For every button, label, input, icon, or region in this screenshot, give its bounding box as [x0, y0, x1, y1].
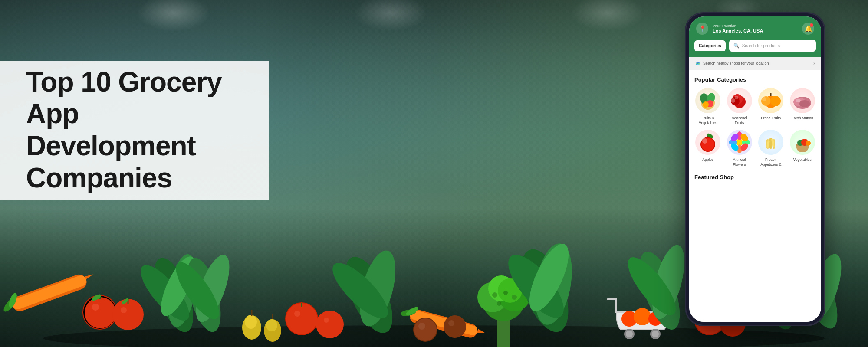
- svg-point-54: [414, 318, 437, 341]
- svg-point-57: [448, 320, 454, 326]
- popular-categories-title: Popular Categories: [694, 76, 816, 83]
- svg-point-24: [245, 315, 257, 329]
- search-icon: 🔍: [733, 43, 740, 49]
- category-item-fresh-mutton[interactable]: Fresh Mutton: [789, 88, 816, 125]
- svg-point-67: [634, 308, 651, 325]
- svg-point-100: [796, 99, 801, 102]
- nearby-strip-text: Search nearby shops for your location: [703, 61, 769, 65]
- svg-point-9: [92, 304, 99, 311]
- svg-point-27: [266, 319, 277, 331]
- headline-box: Top 10 Grocery App Development Companies: [0, 61, 269, 200]
- category-label-vegetables: Vegetables: [793, 157, 812, 162]
- category-img-frozen: [758, 130, 783, 155]
- category-item-apples[interactable]: Apples: [694, 130, 722, 167]
- svg-point-65: [652, 331, 659, 337]
- category-img-fresh-mutton: [790, 88, 815, 113]
- category-label-apples: Apples: [702, 157, 713, 162]
- category-label-seasonal: SeasonalFruits: [732, 116, 747, 125]
- svg-point-34: [324, 318, 329, 323]
- category-label-fresh-fruits: Fresh Fruits: [761, 116, 781, 121]
- svg-marker-3: [85, 273, 94, 279]
- category-label-fruits-veg: Fruits &Vegetables: [699, 116, 717, 125]
- category-item-fruits-veg[interactable]: Fruits &Vegetables: [694, 88, 722, 125]
- location-section: 📍 Your Location Los Angeles, CA, USA: [696, 23, 763, 35]
- svg-point-8: [85, 297, 116, 328]
- featured-shop-title: Featured Shop: [694, 174, 816, 180]
- svg-point-90: [731, 98, 735, 103]
- phone-frame: 📍 Your Location Los Angeles, CA, USA 🔔 C…: [686, 13, 825, 325]
- phone-header: 📍 Your Location Los Angeles, CA, USA 🔔: [689, 16, 821, 40]
- arrow-icon: ›: [813, 60, 815, 66]
- svg-point-63: [626, 331, 633, 337]
- location-icon: 📍: [696, 23, 708, 35]
- phone-mockup: 📍 Your Location Los Angeles, CA, USA 🔔 C…: [686, 13, 825, 325]
- svg-point-56: [444, 315, 466, 338]
- svg-point-86: [703, 101, 709, 108]
- location-info: Your Location Los Angeles, CA, USA: [713, 24, 763, 33]
- svg-point-30: [286, 303, 317, 334]
- category-item-frozen[interactable]: FrozenAppetizers &: [757, 130, 785, 167]
- phone-screen: 📍 Your Location Los Angeles, CA, USA 🔔 C…: [689, 16, 821, 322]
- svg-point-13: [121, 307, 127, 313]
- location-value: Los Angeles, CA, USA: [713, 28, 763, 33]
- category-img-apples: [695, 130, 720, 155]
- svg-point-91: [735, 96, 738, 99]
- map-icon: 🗺️: [695, 61, 700, 66]
- category-img-artificial: [727, 130, 752, 155]
- category-item-vegetables[interactable]: Vegetables: [789, 130, 816, 167]
- notification-bell[interactable]: 🔔: [802, 23, 814, 35]
- category-img-vegetables: [790, 130, 815, 155]
- category-label-frozen: FrozenAppetizers &: [760, 157, 781, 167]
- search-container[interactable]: 🔍 Search for products: [729, 40, 816, 52]
- category-label-artificial-flowers: ArtificialFlowers: [733, 157, 746, 167]
- category-item-seasonal[interactable]: SeasonalFruits: [726, 88, 753, 125]
- nearby-strip-content: 🗺️ Search nearby shops for your location: [695, 61, 769, 66]
- location-label: Your Location: [713, 24, 763, 28]
- categories-grid: Fruits &Vegetables Seaso: [694, 88, 816, 167]
- category-img-fresh-fruits: [758, 88, 783, 113]
- category-img-fruits-veg: [695, 88, 720, 113]
- search-placeholder-text: Search for products: [742, 43, 780, 48]
- svg-point-49: [492, 292, 497, 298]
- category-label-fresh-mutton: Fresh Mutton: [792, 116, 813, 121]
- svg-rect-2: [11, 274, 88, 311]
- category-item-artificial-flowers[interactable]: ArtificialFlowers: [726, 130, 753, 167]
- category-item-fresh-fruits[interactable]: Fresh Fruits: [757, 88, 785, 125]
- svg-point-52: [497, 301, 501, 306]
- search-bar-row: Categories 🔍 Search for products: [689, 40, 821, 57]
- category-img-seasonal: [727, 88, 752, 113]
- nearby-strip[interactable]: 🗺️ Search nearby shops for your location…: [689, 57, 821, 70]
- svg-point-123: [806, 141, 811, 146]
- page-headline: Top 10 Grocery App Development Companies: [26, 66, 243, 194]
- notification-badge: [810, 23, 813, 27]
- svg-point-55: [418, 323, 425, 330]
- svg-point-51: [512, 295, 517, 300]
- categories-button[interactable]: Categories: [694, 40, 726, 51]
- svg-point-94: [770, 96, 781, 106]
- svg-point-99: [799, 100, 810, 107]
- phone-content: Popular Categories: [689, 70, 821, 322]
- svg-point-103: [702, 138, 707, 144]
- svg-point-33: [316, 311, 344, 338]
- svg-point-93: [761, 96, 771, 106]
- svg-point-31: [294, 311, 300, 317]
- svg-point-95: [762, 97, 766, 101]
- svg-point-50: [503, 291, 508, 295]
